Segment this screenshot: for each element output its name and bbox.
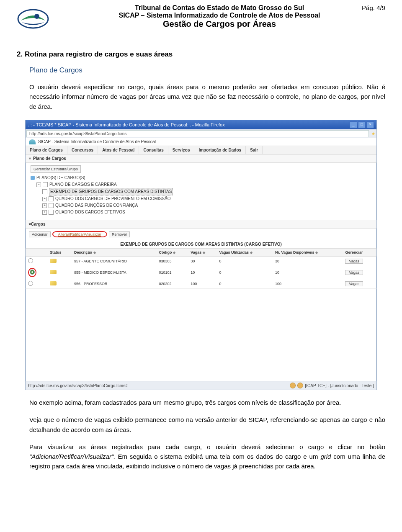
row-desc: 955 - MEDICO ESPECIALISTA bbox=[72, 266, 157, 279]
row-codigo: 010101 bbox=[157, 266, 188, 279]
menu-sair[interactable]: Sair bbox=[246, 146, 263, 154]
row-codigo: 030303 bbox=[157, 257, 188, 266]
vagas-button[interactable]: Vagas bbox=[345, 259, 363, 264]
highlight-circle-icon bbox=[28, 268, 36, 277]
menu-atos-pessoal[interactable]: Atos de Pessoal bbox=[98, 146, 139, 154]
menu-concursos[interactable]: Concursos bbox=[67, 146, 98, 154]
doc-icon bbox=[49, 203, 54, 208]
row-codigo: 020202 bbox=[157, 279, 188, 289]
doc-icon bbox=[49, 210, 54, 215]
row-disp: 100 bbox=[273, 279, 343, 289]
para4-grid: grid bbox=[320, 453, 331, 460]
row-disp: 30 bbox=[273, 257, 343, 266]
edit-icon[interactable] bbox=[50, 281, 57, 285]
row-vagas: 100 bbox=[188, 279, 216, 289]
row-desc: 957 - AGENTE COMUNITÁRIO bbox=[72, 257, 157, 266]
table-row[interactable]: 957 - AGENTE COMUNITÁRIO 030303 30 0 30 … bbox=[26, 257, 376, 266]
para4-ital: "Adicionar/Retificar/Visualizar". bbox=[29, 453, 118, 460]
window-titlebar: .:: - TCE/MS * SICAP - Sistema Informati… bbox=[26, 120, 376, 129]
maximize-icon[interactable]: □ bbox=[358, 121, 366, 128]
menu-servicos[interactable]: Serviços bbox=[168, 146, 195, 154]
col-gerenciar: Gerenciar bbox=[343, 249, 376, 257]
header-line-1: Tribunal de Contas do Estado de Mato Gro… bbox=[54, 4, 385, 12]
adicionar-button[interactable]: Adicionar bbox=[29, 231, 51, 237]
status-url: http://ads.tce.ms.gov.br/sicap3/listaPla… bbox=[28, 383, 128, 388]
row-radio[interactable] bbox=[28, 281, 33, 286]
tree-n4[interactable]: QUADRO DAS FUNÇÕES DE CONFIANÇA bbox=[55, 202, 138, 209]
sort-icon: ◆ bbox=[203, 251, 205, 254]
folder-icon bbox=[43, 182, 48, 187]
svg-point-1 bbox=[34, 14, 39, 19]
row-radio[interactable] bbox=[28, 258, 33, 263]
cargos-button-row: Adicionar Alterar/Retificar/Visualizar R… bbox=[26, 229, 376, 240]
row-util: 0 bbox=[216, 257, 273, 266]
col-descricao[interactable]: Descrição ◆ bbox=[72, 249, 157, 257]
page-number: Pág. 4/9 bbox=[362, 4, 385, 11]
col-vagas[interactable]: Vagas ◆ bbox=[188, 249, 216, 257]
highlight-oval-icon: Alterar/Retificar/Visualizar bbox=[52, 231, 107, 237]
tree-n2-selected[interactable]: EXEMPLO DE GRUPOS DE CARGOS COM AREAS DI… bbox=[49, 188, 173, 195]
people-icon bbox=[31, 176, 35, 180]
sort-icon: ◆ bbox=[250, 251, 253, 254]
para4-pre: Para visualizar as áreas registradas par… bbox=[29, 443, 385, 450]
menu-consultas[interactable]: Consultas bbox=[139, 146, 168, 154]
row-vagas: 10 bbox=[188, 266, 216, 279]
doc-icon bbox=[49, 196, 54, 201]
expand-icon[interactable]: + bbox=[42, 210, 47, 215]
panel-plano-cargos-head[interactable]: ▾Plano de Cargos bbox=[26, 154, 376, 163]
section-title: 2. Rotina para registro de cargos e suas… bbox=[17, 50, 385, 59]
window-title: .:: - TCE/MS * SICAP - Sistema Informati… bbox=[28, 122, 225, 127]
tree-view: Gerenciar Estrutura/Grupo PLANO(S) DE CA… bbox=[26, 163, 376, 220]
document-header: Tribunal de Contas do Estado de Mato Gro… bbox=[17, 4, 385, 33]
alterar-retificar-button[interactable]: Alterar/Retificar/Visualizar bbox=[56, 232, 104, 237]
expand-icon[interactable]: + bbox=[42, 197, 47, 201]
status-right: [ICAP TCE] - [Jurisdicionado : Teste ] bbox=[305, 383, 374, 388]
subsection-title: Plano de Cargos bbox=[29, 66, 385, 75]
url-bar[interactable]: http://ads.tce.ms.gov.br/sicap3/listaPla… bbox=[26, 130, 369, 137]
main-menu: Plano de Cargos Concursos Atos de Pessoa… bbox=[26, 146, 376, 154]
tree-n1[interactable]: PLANO DE CARGOS E CARREIRA bbox=[49, 181, 117, 188]
remover-button[interactable]: Remover bbox=[109, 231, 130, 237]
panel-plano-cargos-label: Plano de Cargos bbox=[33, 156, 66, 161]
vagas-button[interactable]: Vagas bbox=[345, 281, 363, 286]
user-icon bbox=[297, 383, 303, 388]
close-icon[interactable]: × bbox=[366, 121, 374, 128]
col-codigo[interactable]: Código ◆ bbox=[157, 249, 188, 257]
paragraph-3: Veja que o número de vagas exibido perma… bbox=[29, 415, 385, 434]
vagas-button[interactable]: Vagas bbox=[345, 270, 363, 275]
col-utilizadas[interactable]: Vagas Utilizadas ◆ bbox=[216, 249, 273, 257]
row-radio-selected[interactable] bbox=[30, 270, 35, 275]
sort-icon: ◆ bbox=[315, 251, 318, 254]
favorite-icon[interactable]: ★ bbox=[370, 131, 376, 136]
table-row[interactable]: 956 - PROFESSOR 020202 100 0 100 Vagas bbox=[26, 279, 376, 289]
collapse-icon[interactable]: − bbox=[36, 182, 41, 187]
paragraph-2: No exemplo acima, foram cadastrados para… bbox=[29, 398, 385, 407]
sort-icon: ◆ bbox=[93, 251, 96, 254]
gerenciar-estrutura-button[interactable]: Gerenciar Estrutura/Grupo bbox=[31, 165, 81, 173]
minimize-icon[interactable]: _ bbox=[350, 121, 357, 128]
menu-plano-cargos[interactable]: Plano de Cargos bbox=[26, 146, 67, 154]
para4-post: Em seguida o sistema exibirá uma tela co… bbox=[118, 453, 320, 460]
header-line-3: Gestão de Cargos por Áreas bbox=[54, 19, 385, 29]
row-desc: 956 - PROFESSOR bbox=[72, 279, 157, 289]
panel-cargos-head[interactable]: ▾Cargos bbox=[26, 220, 376, 229]
user-icon bbox=[290, 383, 296, 388]
tree-n3[interactable]: QUADRO DOS CARGOS DE PROVIMENTO EM COMIS… bbox=[55, 195, 170, 202]
col-status[interactable]: Status bbox=[47, 249, 72, 257]
menu-importacao[interactable]: Importação de Dados bbox=[194, 146, 246, 154]
table-row[interactable]: 955 - MEDICO ESPECIALISTA 010101 10 0 10… bbox=[26, 266, 376, 279]
edit-icon[interactable] bbox=[50, 259, 57, 263]
row-util: 0 bbox=[216, 279, 273, 289]
edit-icon[interactable] bbox=[50, 270, 57, 274]
paragraph-4: Para visualizar as áreas registradas par… bbox=[29, 442, 385, 471]
tree-root[interactable]: PLANO(S) DE CARGO(S) bbox=[36, 175, 85, 181]
chevron-down-icon: ▾ bbox=[29, 156, 33, 161]
row-disp: 10 bbox=[273, 266, 343, 279]
expand-icon[interactable]: + bbox=[42, 203, 47, 208]
tree-n5[interactable]: QUADRO DOS CARGOS EFETIVOS bbox=[55, 209, 125, 216]
app-name: SICAP - Sistema Informatizado de Control… bbox=[38, 139, 156, 144]
sort-icon: ◆ bbox=[173, 251, 175, 254]
col-disponiveis[interactable]: Nr. Vagas Disponíveis ◆ bbox=[273, 249, 343, 257]
doc-icon bbox=[42, 189, 47, 194]
row-vagas: 30 bbox=[188, 257, 216, 266]
